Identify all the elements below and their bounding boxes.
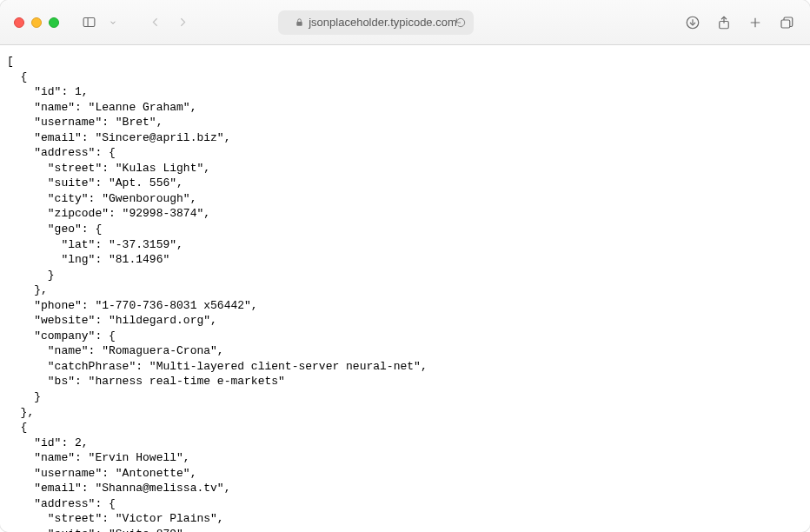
share-button[interactable] xyxy=(714,12,734,33)
maximize-button[interactable] xyxy=(49,17,59,28)
plus-icon xyxy=(747,15,763,30)
close-button[interactable] xyxy=(14,17,24,28)
sidebar-toggle-button[interactable] xyxy=(76,12,101,33)
tab-overview-button[interactable] xyxy=(777,12,796,33)
svg-rect-9 xyxy=(781,20,790,28)
tabs-icon xyxy=(779,15,794,30)
address-bar[interactable]: jsonplaceholder.typicode.com xyxy=(278,10,474,35)
json-response-body[interactable]: [ { "id": 1, "name": "Leanne Graham", "u… xyxy=(7,54,803,532)
chevron-down-icon xyxy=(109,18,117,27)
page-content: [ { "id": 1, "name": "Leanne Graham", "u… xyxy=(0,45,810,532)
window-controls xyxy=(14,17,59,28)
share-icon xyxy=(716,15,732,30)
reload-icon[interactable] xyxy=(455,17,467,29)
svg-rect-2 xyxy=(297,22,302,26)
browser-window: jsonplaceholder.typicode.com xyxy=(0,0,810,532)
download-icon xyxy=(685,15,700,30)
forward-button[interactable] xyxy=(170,12,195,33)
lock-icon xyxy=(295,17,304,27)
downloads-button[interactable] xyxy=(683,12,702,33)
chevron-right-icon xyxy=(176,15,190,30)
right-toolbar xyxy=(683,12,796,33)
minimize-button[interactable] xyxy=(31,17,42,28)
svg-rect-0 xyxy=(83,18,95,27)
new-tab-button[interactable] xyxy=(746,12,765,33)
chevron-left-icon xyxy=(148,15,163,30)
toolbar: jsonplaceholder.typicode.com xyxy=(0,0,810,45)
sidebar-icon xyxy=(82,15,96,30)
tab-group-menu-button[interactable] xyxy=(101,12,125,33)
navigation-arrows xyxy=(143,12,195,33)
back-button[interactable] xyxy=(143,12,167,33)
address-text: jsonplaceholder.typicode.com xyxy=(309,16,457,29)
